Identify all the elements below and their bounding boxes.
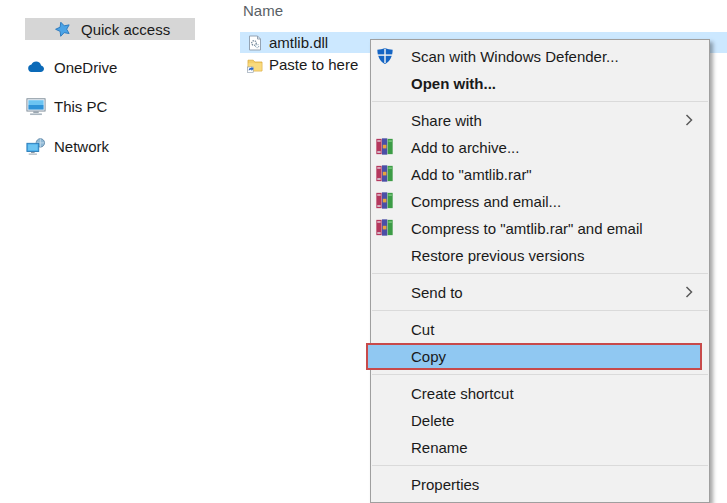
menu-item-label: Copy — [411, 348, 446, 365]
menu-item-label: Create shortcut — [411, 385, 514, 402]
sidebar-item-label: Network — [54, 138, 109, 155]
menu-item-label: Properties — [411, 476, 479, 493]
menu-item-properties[interactable]: Properties — [371, 471, 709, 498]
menu-item-compress-to-rar-and-email[interactable]: Compress to "amtlib.rar" and email — [371, 215, 709, 242]
this-pc-monitor-icon — [26, 96, 46, 116]
menu-item-rename[interactable]: Rename — [371, 434, 709, 461]
menu-separator — [372, 310, 708, 311]
onedrive-cloud-icon — [26, 57, 46, 77]
network-icon — [26, 136, 46, 156]
menu-item-add-to-archive[interactable]: Add to archive... — [371, 134, 709, 161]
menu-separator — [372, 101, 708, 102]
menu-item-open-with[interactable]: Open with... — [371, 70, 709, 97]
menu-item-label: Delete — [411, 412, 454, 429]
sidebar-item-onedrive[interactable]: OneDrive — [26, 56, 117, 78]
menu-item-label: Send to — [411, 284, 463, 301]
menu-item-restore-previous-versions[interactable]: Restore previous versions — [371, 242, 709, 269]
winrar-icon — [376, 192, 394, 210]
menu-item-copy[interactable]: Copy — [371, 343, 709, 370]
menu-item-add-to-rar[interactable]: Add to "amtlib.rar" — [371, 161, 709, 188]
sidebar-item-this-pc[interactable]: This PC — [26, 95, 107, 117]
menu-item-label: Compress to "amtlib.rar" and email — [411, 220, 643, 237]
menu-item-compress-and-email[interactable]: Compress and email... — [371, 188, 709, 215]
menu-item-label: Cut — [411, 321, 434, 338]
menu-item-label: Rename — [411, 439, 468, 456]
sidebar-item-label: This PC — [54, 98, 107, 115]
menu-separator — [372, 374, 708, 375]
submenu-arrow-icon — [685, 114, 693, 126]
winrar-icon — [376, 165, 394, 183]
menu-item-create-shortcut[interactable]: Create shortcut — [371, 380, 709, 407]
menu-item-label: Add to "amtlib.rar" — [411, 166, 532, 183]
menu-item-send-to[interactable]: Send to — [371, 279, 709, 306]
menu-item-label: Add to archive... — [411, 139, 519, 156]
menu-item-label: Open with... — [411, 75, 496, 92]
file-explorer-window: Quick access OneDrive This PC — [0, 0, 727, 503]
menu-item-scan-with-defender[interactable]: Scan with Windows Defender... — [371, 43, 709, 70]
windows-defender-icon — [376, 47, 394, 65]
sidebar-item-network[interactable]: Network — [26, 135, 109, 157]
quick-access-star-icon — [53, 19, 73, 39]
menu-item-label: Scan with Windows Defender... — [411, 48, 619, 65]
column-header-name[interactable]: Name — [243, 0, 283, 21]
winrar-icon — [376, 138, 394, 156]
submenu-arrow-icon — [685, 286, 693, 298]
menu-separator — [372, 465, 708, 466]
file-name: Paste to here — [269, 56, 358, 73]
menu-item-cut[interactable]: Cut — [371, 316, 709, 343]
menu-item-share-with[interactable]: Share with — [371, 107, 709, 134]
dll-file-icon — [247, 35, 263, 51]
file-name: amtlib.dll — [269, 34, 328, 51]
menu-separator — [372, 273, 708, 274]
context-menu: Scan with Windows Defender... Open with.… — [370, 39, 710, 503]
sidebar-item-quick-access[interactable]: Quick access — [25, 18, 195, 40]
sidebar-item-label: Quick access — [81, 21, 170, 38]
menu-item-label: Share with — [411, 112, 482, 129]
folder-shortcut-icon — [247, 57, 263, 73]
menu-item-label: Restore previous versions — [411, 247, 584, 264]
menu-item-label: Compress and email... — [411, 193, 561, 210]
sidebar-item-label: OneDrive — [54, 59, 117, 76]
menu-item-delete[interactable]: Delete — [371, 407, 709, 434]
winrar-icon — [376, 219, 394, 237]
